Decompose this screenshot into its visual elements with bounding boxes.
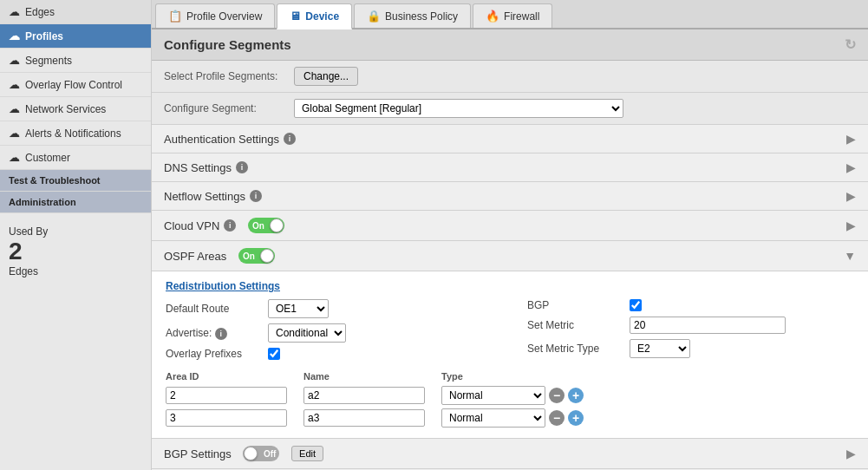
sidebar-item-profiles[interactable]: Profiles	[0, 24, 151, 49]
cloud-vpn-row[interactable]: Cloud VPN i On ▶	[152, 211, 868, 241]
set-metric-input[interactable]	[630, 317, 786, 334]
ospf-toggle-thumb	[260, 249, 274, 263]
cloud-vpn-label: Cloud VPN i On	[164, 218, 284, 233]
type-select-1[interactable]: Normal Stub NSSA	[441, 386, 545, 405]
ospf-toggle-track: On	[238, 248, 275, 264]
default-route-label: Default Route	[166, 303, 261, 315]
cloud-vpn-toggle[interactable]: On	[248, 218, 284, 233]
sidebar: Edges Profiles Segments Overlay Flow Con…	[0, 0, 152, 470]
default-route-select[interactable]: OE1 OE2	[268, 299, 329, 318]
netflow-collapse-arrow: ▶	[846, 189, 856, 203]
set-metric-type-select[interactable]: E2 E1	[630, 339, 690, 358]
dns-settings-row[interactable]: DNS Settings i ▶	[152, 153, 868, 182]
ospf-left-column: Default Route OE1 OE2 Advertise: i Condi…	[166, 299, 493, 360]
advertise-row: Advertise: i Conditional Always	[166, 323, 493, 343]
main-content: 📋 Profile Overview 🖥 Device 🔒 Business P…	[152, 0, 868, 470]
col-area-id: Area ID	[166, 371, 300, 382]
ospf-right-column: BGP Set Metric Set Metric Type E2 E1	[527, 299, 854, 360]
refresh-icon[interactable]: ↻	[845, 36, 856, 53]
area-id-input-1[interactable]	[166, 387, 287, 404]
auth-info-icon: i	[284, 133, 296, 145]
cloud-vpn-collapse-arrow: ▶	[846, 219, 856, 232]
change-button[interactable]: Change...	[294, 67, 358, 86]
tab-business-policy[interactable]: 🔒 Business Policy	[354, 3, 471, 28]
sidebar-section-admin[interactable]: Administration	[0, 192, 151, 213]
tab-device[interactable]: 🖥 Device	[277, 3, 352, 29]
row-actions-2: − +	[549, 410, 601, 426]
name-input-1[interactable]	[303, 387, 425, 404]
bgp-settings-toggle-label: Off	[264, 449, 276, 459]
col-name: Name	[303, 371, 438, 382]
remove-row-2-button[interactable]: −	[549, 410, 565, 426]
page-content: Configure Segments ↻ Select Profile Segm…	[152, 29, 868, 470]
bgp-settings-toggle-track: Off	[243, 446, 279, 461]
dns-info-icon: i	[236, 161, 248, 173]
bgp-settings-row[interactable]: BGP Settings Off Edit ▶	[152, 439, 868, 469]
page-title: Configure Segments	[164, 37, 291, 52]
redistribution-title: Redistribution Settings	[166, 280, 854, 292]
cloud-vpn-toggle-label: On	[252, 221, 264, 231]
tab-profile-overview-label: Profile Overview	[186, 10, 262, 23]
advertise-info-icon: i	[215, 328, 227, 340]
tab-firewall-label: Firewall	[504, 10, 539, 23]
sidebar-label-segments: Segments	[25, 55, 72, 67]
sidebar-section-admin-label: Administration	[9, 197, 76, 207]
sidebar-item-alerts[interactable]: Alerts & Notifications	[0, 121, 151, 146]
sidebar-item-segments[interactable]: Segments	[0, 49, 151, 73]
netflow-settings-row[interactable]: Netflow Settings i ▶	[152, 182, 868, 211]
sidebar-section-test[interactable]: Test & Troubleshoot	[0, 170, 151, 192]
type-select-2[interactable]: Normal Stub NSSA	[441, 408, 545, 428]
cloud-icon-network	[9, 102, 20, 115]
page-title-bar: Configure Segments ↻	[152, 29, 868, 61]
advertise-label: Advertise: i	[166, 327, 261, 340]
sidebar-label-overlay: Overlay Flow Control	[25, 79, 122, 91]
tab-business-policy-label: Business Policy	[385, 10, 458, 23]
ospf-collapse-arrow: ▼	[844, 249, 856, 263]
sidebar-item-network-services[interactable]: Network Services	[0, 97, 151, 121]
remove-row-1-button[interactable]: −	[549, 388, 565, 403]
name-input-2[interactable]	[303, 409, 425, 427]
bgp-row: BGP	[527, 299, 854, 311]
table-row: Normal Stub NSSA − +	[166, 384, 854, 407]
auth-settings-row[interactable]: Authentication Settings i ▶	[152, 125, 868, 153]
ospf-table: Area ID Name Type Normal Stub NSSA −	[166, 369, 854, 429]
add-row-1-button[interactable]: +	[568, 388, 584, 403]
sidebar-label-profiles: Profiles	[25, 30, 63, 42]
cloud-vpn-toggle-thumb	[270, 219, 284, 232]
set-metric-label: Set Metric	[527, 319, 623, 331]
sidebar-label-network: Network Services	[25, 103, 106, 115]
tab-profile-overview[interactable]: 📋 Profile Overview	[155, 3, 275, 28]
col-type: Type	[441, 371, 545, 382]
dns-collapse-arrow: ▶	[846, 160, 856, 174]
bgp-settings-label: BGP Settings Off Edit	[164, 446, 323, 461]
bgp-checkbox[interactable]	[630, 299, 642, 311]
set-metric-type-row: Set Metric Type E2 E1	[527, 339, 854, 358]
dns-settings-label: DNS Settings i	[164, 161, 248, 174]
ospf-toggle[interactable]: On	[238, 248, 275, 264]
used-by-unit: Edges	[9, 265, 38, 277]
sidebar-item-customer[interactable]: Customer	[0, 146, 151, 170]
sidebar-item-overlay-flow[interactable]: Overlay Flow Control	[0, 73, 151, 97]
table-row: Normal Stub NSSA − +	[166, 407, 854, 429]
ospf-row[interactable]: OSPF Areas On ▼	[152, 241, 868, 271]
bgp-settings-toggle[interactable]: Off	[243, 446, 279, 461]
bgp-edit-button[interactable]: Edit	[291, 446, 323, 461]
used-by-section: Used By 2 Edges	[0, 217, 151, 286]
cloud-icon-segments	[9, 54, 20, 67]
business-policy-icon: 🔒	[367, 10, 381, 23]
segment-select[interactable]: Global Segment [Regular]	[294, 99, 623, 118]
area-id-input-2[interactable]	[166, 409, 287, 427]
overlay-prefixes-label: Overlay Prefixes	[166, 348, 261, 360]
bgp-settings-toggle-thumb	[244, 447, 258, 460]
ospf-label: OSPF Areas On	[164, 248, 275, 264]
bgp-settings-collapse-arrow: ▶	[846, 447, 856, 460]
sidebar-item-edges[interactable]: Edges	[0, 0, 151, 24]
tab-firewall[interactable]: 🔥 Firewall	[473, 3, 552, 28]
sidebar-label-edges: Edges	[25, 6, 55, 18]
overlay-prefixes-checkbox[interactable]	[268, 348, 280, 360]
default-route-row: Default Route OE1 OE2	[166, 299, 493, 318]
cloud-icon	[9, 5, 20, 18]
add-row-2-button[interactable]: +	[568, 410, 584, 426]
ospf-toggle-label: On	[243, 251, 255, 261]
advertise-select[interactable]: Conditional Always	[268, 323, 346, 343]
